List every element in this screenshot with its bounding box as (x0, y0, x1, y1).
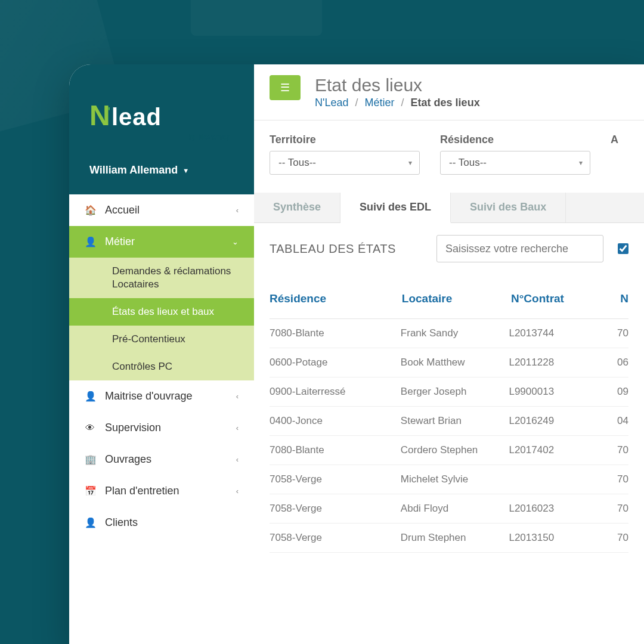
menu-icon: ☰ (280, 81, 290, 94)
sidebar-subitem-demandes[interactable]: Demandes & réclamations Locataires (69, 258, 254, 298)
sidebar-item-clients[interactable]: 👤Clients (69, 507, 254, 538)
building-icon: 🏢 (85, 454, 95, 465)
sidebar: N' lead by Novamap William Allemand ▼ 🏠A… (69, 64, 254, 644)
cell-residence: 7080-Blante (270, 444, 401, 456)
column-header-contrat[interactable]: N°Contrat (511, 292, 620, 305)
eye-icon: 👁 (85, 423, 95, 434)
data-table: Résidence Locataire N°Contrat N 7080-Bla… (254, 274, 644, 558)
caret-down-icon: ▼ (182, 167, 189, 174)
breadcrumb-separator: / (401, 97, 404, 109)
cell-n: 06 (617, 357, 628, 369)
sidebar-item-label: Clients (105, 516, 138, 529)
filter-label: Territoire (270, 134, 420, 146)
chevron-left-icon: ‹ (236, 487, 239, 496)
sidebar-item-ouvrages[interactable]: 🏢Ouvrages ‹ (69, 444, 254, 475)
table-row[interactable]: 7080-BlanteFrank SandyL201374470 (270, 319, 628, 348)
section-title: TABLEAU DES ÉTATS (270, 242, 422, 256)
person-icon: 👤 (85, 391, 95, 402)
table-row[interactable]: 7058-VergeAbdi FloydL201602370 (270, 494, 628, 524)
sidebar-item-label: Supervision (105, 422, 161, 434)
breadcrumb-separator: / (355, 97, 358, 109)
sidebar-item-metier[interactable]: 👤Métier ⌄ (69, 226, 254, 258)
logo-tagline: by Novamap (89, 133, 234, 141)
breadcrumb-link[interactable]: N'Lead (315, 97, 348, 109)
tab-suivi-baux[interactable]: Suivi des Baux (451, 193, 566, 222)
sidebar-item-maitrise[interactable]: 👤Maitrise d'ouvrage ‹ (69, 380, 254, 412)
cell-residence: 7058-Verge (270, 473, 401, 485)
cell-residence: 7058-Verge (270, 503, 401, 515)
sidebar-item-plan[interactable]: 📅Plan d'entretien ‹ (69, 475, 254, 507)
sidebar-subitem-etats[interactable]: États des lieux et baux (69, 298, 254, 326)
breadcrumb-link[interactable]: Métier (365, 97, 395, 109)
home-icon: 🏠 (85, 205, 95, 216)
person-icon: 👤 (85, 236, 95, 247)
menu-toggle-button[interactable]: ☰ (270, 75, 301, 100)
cell-locataire: Book Matthew (401, 357, 509, 369)
cell-n: 70 (617, 503, 628, 515)
table-row[interactable]: 0400-JonceStewart BrianL201624904 (270, 407, 628, 436)
user-menu[interactable]: William Allemand ▼ (89, 164, 234, 177)
table-row[interactable]: 7080-BlanteCordero StephenL201740270 (270, 436, 628, 465)
sidebar-subitem-controles[interactable]: Contrôles PC (69, 353, 254, 380)
select-value: -- Tous-- (449, 157, 487, 169)
table-head: Résidence Locataire N°Contrat N (270, 279, 628, 319)
cell-residence: 7080-Blante (270, 327, 401, 339)
cell-contrat: L2013150 (509, 532, 617, 544)
residence-select[interactable]: -- Tous-- (440, 151, 590, 175)
table-row[interactable]: 0900-LaiterresséBerger JosephL990001309 (270, 377, 628, 407)
cell-locataire: Michelet Sylvie (401, 473, 509, 485)
chevron-left-icon: ‹ (236, 455, 239, 464)
table-row[interactable]: 7058-VergeDrum StephenL201315070 (270, 524, 628, 553)
sidebar-item-label: Plan d'entretien (105, 485, 179, 497)
cell-locataire: Drum Stephen (401, 532, 509, 544)
table-row[interactable]: 7058-VergeMichelet Sylvie70 (270, 465, 628, 494)
search-input[interactable] (436, 235, 603, 262)
cell-contrat: L2013744 (509, 327, 617, 339)
page-header: ☰ Etat des lieux N'Lead / Métier / Etat … (254, 64, 644, 120)
breadcrumb: N'Lead / Métier / Etat des lieux (315, 97, 480, 109)
logo: N' lead (89, 99, 234, 132)
cell-locataire: Stewart Brian (401, 415, 509, 427)
select-value: -- Tous-- (278, 157, 316, 169)
chevron-left-icon: ‹ (236, 206, 239, 215)
cell-residence: 0900-Laiterressé (270, 386, 401, 398)
cell-contrat: L2011228 (509, 357, 617, 369)
territoire-select[interactable]: -- Tous-- (270, 151, 420, 175)
sidebar-item-label: Métier (105, 236, 135, 248)
cell-n: 04 (617, 415, 628, 427)
filter-checkbox[interactable] (618, 243, 628, 254)
cell-residence: 0400-Jonce (270, 415, 401, 427)
sidebar-item-accueil[interactable]: 🏠Accueil ‹ (69, 194, 254, 226)
column-header-locataire[interactable]: Locataire (402, 292, 511, 305)
user-icon: 👤 (85, 517, 95, 528)
logo-brand: lead (112, 104, 162, 131)
cell-contrat: L9900013 (509, 386, 617, 398)
sidebar-subitem-precontentieux[interactable]: Pré-Contentieux (69, 326, 254, 353)
tab-suivi-edl[interactable]: Suivi des EDL (340, 193, 451, 223)
cell-contrat (509, 473, 617, 485)
chevron-left-icon: ‹ (236, 392, 239, 401)
cell-contrat: L2017402 (509, 444, 617, 456)
table-row[interactable]: 0600-PotageBook MatthewL201122806 (270, 348, 628, 377)
sidebar-header: N' lead by Novamap William Allemand ▼ (69, 64, 254, 194)
main-content: ☰ Etat des lieux N'Lead / Métier / Etat … (254, 64, 644, 644)
tabs: Synthèse Suivi des EDL Suivi des Baux (254, 193, 644, 223)
cell-n: 70 (617, 444, 628, 456)
logo-mark: N' (89, 99, 108, 132)
column-header-residence[interactable]: Résidence (270, 292, 402, 305)
breadcrumb-current: Etat des lieux (411, 97, 480, 109)
cell-contrat: L2016249 (509, 415, 617, 427)
sidebar-item-supervision[interactable]: 👁Supervision ‹ (69, 412, 254, 444)
cell-contrat: L2016023 (509, 503, 617, 515)
chevron-left-icon: ‹ (236, 423, 239, 432)
app-window: N' lead by Novamap William Allemand ▼ 🏠A… (69, 64, 644, 644)
tab-synthese[interactable]: Synthèse (254, 193, 340, 222)
column-header-n[interactable]: N (620, 292, 628, 305)
user-name: William Allemand (89, 164, 178, 177)
sidebar-item-label: Ouvrages (105, 453, 151, 466)
filters-row: Territoire -- Tous-- Résidence -- Tous--… (254, 120, 644, 182)
cell-locataire: Frank Sandy (401, 327, 509, 339)
sidebar-item-label: Accueil (105, 204, 140, 216)
sidebar-nav: 🏠Accueil ‹ 👤Métier ⌄ Demandes & réclamat… (69, 194, 254, 644)
calendar-icon: 📅 (85, 485, 95, 497)
